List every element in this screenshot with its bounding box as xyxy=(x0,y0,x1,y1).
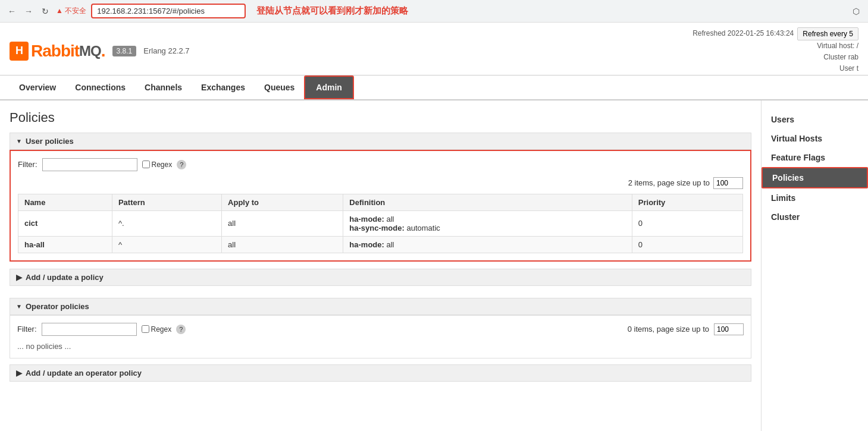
header: H RabbitMQ. 3.8.1 Erlang 22.2.7 Refreshe… xyxy=(0,23,868,75)
add-policy-label: Add / update a policy xyxy=(26,273,104,282)
user-text: User t xyxy=(692,63,858,74)
row1-priority: 0 xyxy=(632,210,742,236)
collapse-arrow-op: ▼ xyxy=(16,303,22,310)
logo-text: Rabbit xyxy=(31,42,79,61)
browser-bar: ← → ↻ ▲ 不安全 登陆从节点就可以看到刚才新加的策略 ⬡ xyxy=(0,0,868,23)
regex-label-op: Regex xyxy=(151,325,172,334)
user-policies-label: User policies xyxy=(26,137,74,146)
logo-dot: . xyxy=(101,42,105,61)
add-operator-policy-section: ▶ Add / update an operator policy xyxy=(10,364,751,382)
row1-apply-to: all xyxy=(222,210,343,236)
col-name: Name xyxy=(18,194,112,210)
row2-definition: ha-mode: all xyxy=(343,236,632,253)
row2-apply-to: all xyxy=(222,236,343,253)
erlang-badge: Erlang 22.2.7 xyxy=(143,46,189,55)
back-button[interactable]: ← xyxy=(6,5,18,17)
row2-priority: 0 xyxy=(632,236,742,253)
filter-label-user: Filter: xyxy=(18,160,37,169)
filter-row-op: Filter: Regex ? 0 items, page size up to xyxy=(17,323,744,336)
sidebar-item-policies[interactable]: Policies xyxy=(762,167,868,188)
row2-pattern: ^ xyxy=(112,236,221,253)
refresh-row: Refreshed 2022-01-25 16:43:24 Refresh ev… xyxy=(692,27,858,40)
refreshed-text: Refreshed 2022-01-25 16:43:24 xyxy=(692,28,794,39)
nav-channels[interactable]: Channels xyxy=(135,77,192,98)
sidebar-item-limits[interactable]: Limits xyxy=(762,188,868,207)
policy-table: Name Pattern Apply to Definition Priorit… xyxy=(18,194,743,253)
regex-check-op[interactable] xyxy=(142,325,149,333)
refresh-every-button[interactable]: Refresh every 5 xyxy=(797,27,858,40)
nav-overview[interactable]: Overview xyxy=(10,77,65,98)
user-policies-section: ▼ User policies Filter: Regex ? 2 xyxy=(10,133,751,286)
nav-exchanges[interactable]: Exchanges xyxy=(192,77,255,98)
help-badge-op[interactable]: ? xyxy=(176,325,186,334)
operator-policies-body: Filter: Regex ? 0 items, page size up to… xyxy=(10,315,751,358)
sidebar-item-cluster[interactable]: Cluster xyxy=(762,207,868,226)
regex-checkbox-user[interactable]: Regex xyxy=(142,161,173,169)
reload-button[interactable]: ↻ xyxy=(39,5,51,17)
content: Policies ▼ User policies Filter: Regex xyxy=(0,100,761,431)
sidebar-item-virtual-hosts[interactable]: Virtual Hosts xyxy=(762,129,868,148)
logo-icon: H xyxy=(10,42,29,61)
collapse-arrow: ▼ xyxy=(16,138,22,144)
main-layout: Policies ▼ User policies Filter: Regex xyxy=(0,100,868,431)
nav-admin[interactable]: Admin xyxy=(304,75,354,99)
logo-area: H RabbitMQ. 3.8.1 Erlang 22.2.7 xyxy=(10,42,190,61)
nav-connections[interactable]: Connections xyxy=(65,77,135,98)
add-policy-section: ▶ Add / update a policy xyxy=(10,269,751,286)
nav-bar: Overview Connections Channels Exchanges … xyxy=(0,75,868,100)
user-policies-header[interactable]: ▼ User policies xyxy=(10,133,751,150)
regex-check-user[interactable] xyxy=(142,161,150,168)
regex-label-user: Regex xyxy=(152,161,173,169)
logo-mq: MQ xyxy=(79,43,101,59)
filter-label-op: Filter: xyxy=(17,325,37,334)
user-policies-body: Filter: Regex ? 2 items, page size up to xyxy=(10,150,751,262)
add-operator-policy-label: Add / update an operator policy xyxy=(26,369,142,377)
row2-name: ha-all xyxy=(18,236,112,253)
page-size-input-op[interactable] xyxy=(714,323,744,335)
sidebar-item-feature-flags[interactable]: Feature Flags xyxy=(762,148,868,167)
filter-row-user: Filter: Regex ? xyxy=(18,158,743,171)
forward-button[interactable]: → xyxy=(23,5,35,17)
add-arrow-op: ▶ xyxy=(16,369,22,377)
share-button[interactable]: ⬡ xyxy=(850,5,862,17)
no-policies-text: ... no policies ... xyxy=(17,342,744,351)
logo: H RabbitMQ. xyxy=(10,42,105,61)
app-container: H RabbitMQ. 3.8.1 Erlang 22.2.7 Refreshe… xyxy=(0,23,868,431)
items-info-op: 0 items, page size up to xyxy=(628,325,709,334)
add-operator-policy-header[interactable]: ▶ Add / update an operator policy xyxy=(10,364,751,382)
row1-definition: ha-mode: all ha-sync-mode: automatic xyxy=(343,210,632,236)
page-size-input-user[interactable] xyxy=(713,177,743,189)
virtual-host-text: Virtual host: / xyxy=(692,40,858,52)
filter-input-user[interactable] xyxy=(42,158,137,171)
operator-policies-header[interactable]: ▼ Operator policies xyxy=(10,298,751,315)
row1-pattern: ^. xyxy=(112,210,221,236)
cluster-text: Cluster rab xyxy=(692,52,858,63)
annotation-text: 登陆从节点就可以看到刚才新加的策略 xyxy=(256,5,408,17)
insecure-label: ▲ 不安全 xyxy=(56,6,86,16)
regex-checkbox-op[interactable]: Regex xyxy=(142,325,172,334)
sidebar-item-users[interactable]: Users xyxy=(762,110,868,129)
row1-name: cict xyxy=(18,210,112,236)
col-priority: Priority xyxy=(632,194,742,210)
address-bar[interactable] xyxy=(91,4,246,18)
col-definition: Definition xyxy=(343,194,632,210)
add-policy-header[interactable]: ▶ Add / update a policy xyxy=(10,269,751,286)
header-right: Refreshed 2022-01-25 16:43:24 Refresh ev… xyxy=(692,27,858,75)
nav-queues[interactable]: Queues xyxy=(255,77,304,98)
table-row[interactable]: ha-all ^ all ha-mode: all 0 xyxy=(18,236,743,253)
col-pattern: Pattern xyxy=(112,194,221,210)
add-arrow: ▶ xyxy=(16,273,22,282)
operator-policies-section: ▼ Operator policies Filter: Regex ? 0 it… xyxy=(10,298,751,382)
table-row[interactable]: cict ^. all ha-mode: all ha-sync-mode: a… xyxy=(18,210,743,236)
help-badge-user[interactable]: ? xyxy=(177,160,186,169)
filter-input-op[interactable] xyxy=(42,323,137,336)
items-info-user: 2 items, page size up to xyxy=(628,178,710,187)
operator-policies-label: Operator policies xyxy=(26,302,89,311)
sidebar: Users Virtual Hosts Feature Flags Polici… xyxy=(761,100,868,431)
col-apply-to: Apply to xyxy=(222,194,343,210)
page-title: Policies xyxy=(10,110,751,125)
version-badge: 3.8.1 xyxy=(112,46,137,56)
